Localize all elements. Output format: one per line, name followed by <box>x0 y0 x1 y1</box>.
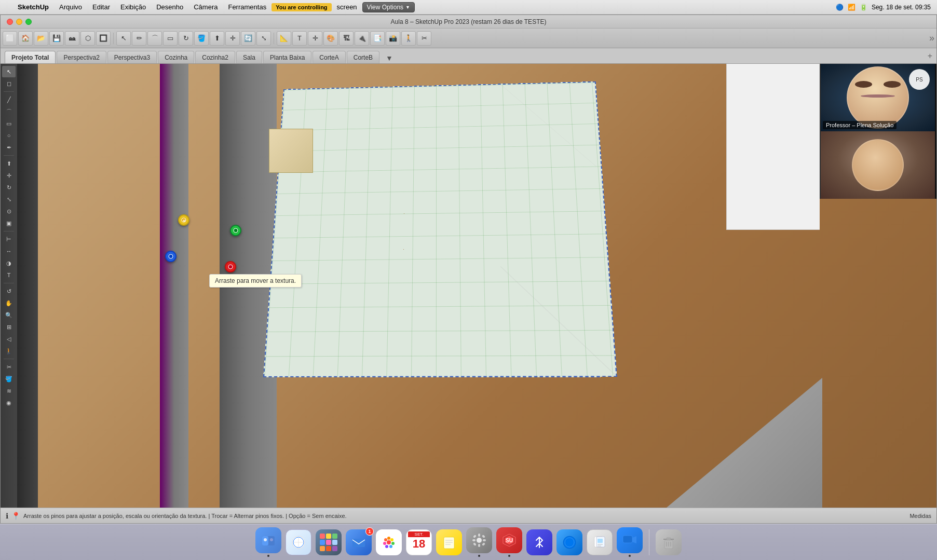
dock-trash[interactable] <box>656 529 682 555</box>
pushpull-tool[interactable]: ⬆ <box>2 158 16 169</box>
pan-tool[interactable]: ✋ <box>2 297 16 309</box>
walk-tool[interactable]: 🚶 <box>2 345 16 357</box>
toolbar-more-button[interactable]: » <box>929 33 934 44</box>
dock-bluetooth[interactable] <box>526 529 552 555</box>
pin-yellow[interactable]: ⊕ <box>178 214 189 226</box>
tool-separator-5 <box>4 359 14 359</box>
tool-select[interactable]: ↖ <box>116 31 131 46</box>
tool-pushpull[interactable]: ⬆ <box>210 31 224 46</box>
tool-arc[interactable]: ⌒ <box>147 31 162 46</box>
tool-views[interactable]: 🔲 <box>96 31 111 46</box>
tab-corte-a[interactable]: CorteA <box>313 51 345 63</box>
tool-text[interactable]: T <box>292 31 307 46</box>
dock-safari2[interactable] <box>556 529 582 555</box>
tool-extensions[interactable]: 🔌 <box>355 31 369 46</box>
tool-house[interactable]: 🏘 <box>65 31 79 46</box>
dock-calendar[interactable]: SET. 18 <box>406 529 432 555</box>
text-tool[interactable]: T <box>2 269 16 281</box>
tab-cozinha2[interactable]: Cozinha2 <box>195 51 235 63</box>
tool-pencil[interactable]: ✏ <box>132 31 146 46</box>
dock-zoom[interactable] <box>617 527 643 557</box>
dock-system-preferences[interactable] <box>466 527 492 557</box>
orbit-tool[interactable]: ↺ <box>2 285 16 297</box>
tool-styles[interactable]: 🎨 <box>323 31 338 46</box>
close-button[interactable] <box>7 19 13 25</box>
dimension-tool[interactable]: ↔ <box>2 245 16 257</box>
tool-open[interactable]: 📂 <box>34 31 48 46</box>
floor-plan-selected <box>263 81 617 377</box>
section-tool[interactable]: ✂ <box>2 361 16 373</box>
tab-corte-b[interactable]: CorteB <box>347 51 379 63</box>
tool-shape[interactable]: ▭ <box>163 31 178 46</box>
dock-mail[interactable]: 1 <box>346 529 372 555</box>
tool-walk[interactable]: 🚶 <box>401 31 416 46</box>
zoom-extents-tool[interactable]: ⊞ <box>2 321 16 333</box>
tool-save[interactable]: 💾 <box>49 31 64 46</box>
fullscreen-button[interactable] <box>25 19 32 25</box>
scale-tool[interactable]: ⤡ <box>2 194 16 205</box>
select-tool[interactable]: ↖ <box>2 66 16 77</box>
followme-tool[interactable]: ⊙ <box>2 206 16 217</box>
dock-sketchup[interactable]: SU <box>496 527 522 557</box>
pin-green[interactable] <box>230 225 241 236</box>
tool-layers[interactable]: 📑 <box>370 31 385 46</box>
tab-planta-baixa[interactable]: Planta Baixa <box>263 51 311 63</box>
pin-blue[interactable] <box>165 251 176 262</box>
dock-preview[interactable] <box>587 529 613 555</box>
tool-new[interactable]: ⬜ <box>3 31 17 46</box>
menu-editar[interactable]: Editar <box>87 3 115 11</box>
tool-measure[interactable]: 📐 <box>277 31 291 46</box>
menu-arquivo[interactable]: Arquivo <box>54 3 87 11</box>
erase-tool[interactable]: ◻ <box>2 78 16 89</box>
menu-sketchup[interactable]: SketchUp <box>12 3 54 11</box>
line-tool[interactable]: ╱ <box>2 94 16 105</box>
tool-orbit[interactable]: ↻ <box>179 31 193 46</box>
tab-perspectiva2[interactable]: Perspectiva2 <box>57 51 106 63</box>
paint-tool[interactable]: 🪣 <box>2 373 16 385</box>
tool-move[interactable]: ✛ <box>225 31 240 46</box>
menu-ferramentas[interactable]: Ferramentas <box>223 3 271 11</box>
tabs-overflow-button[interactable]: ▼ <box>383 53 396 63</box>
dock-safari[interactable] <box>286 529 311 555</box>
menu-desenho[interactable]: Desenho <box>151 3 188 11</box>
menu-exibicao[interactable]: Exibição <box>115 3 151 11</box>
dock-finder[interactable] <box>255 527 281 557</box>
tab-projeto-total[interactable]: Projeto Total <box>5 51 56 63</box>
offset-tool[interactable]: ▣ <box>2 217 16 229</box>
tool-scale[interactable]: ⤡ <box>256 31 271 46</box>
svg-rect-29 <box>478 534 480 537</box>
dock-photos[interactable] <box>376 529 402 555</box>
dock-launchpad[interactable] <box>316 529 342 555</box>
tool-rotate[interactable]: 🔄 <box>241 31 255 46</box>
previous-view-tool[interactable]: ◁ <box>2 333 16 345</box>
tool-section[interactable]: ✂ <box>417 31 431 46</box>
move-tool[interactable]: ✛ <box>2 170 16 181</box>
view-options-button[interactable]: View Options ▼ <box>362 2 415 12</box>
tool-components[interactable]: 🏗 <box>339 31 354 46</box>
menu-camera[interactable]: Câmera <box>188 3 223 11</box>
circle-tool[interactable]: ○ <box>2 130 16 141</box>
tool-camera-position[interactable]: 📸 <box>386 31 400 46</box>
solid-tool[interactable]: ◉ <box>2 397 16 408</box>
tape-tool[interactable]: ⊢ <box>2 234 16 245</box>
add-tab-button[interactable]: + <box>928 51 932 61</box>
viewport-3d[interactable]: ⊕ Arraste para mover a textura. <box>17 64 936 508</box>
protractor-tool[interactable]: ◑ <box>2 257 16 269</box>
dock-notes[interactable] <box>436 529 462 555</box>
tool-axes[interactable]: ✛ <box>308 31 322 46</box>
tab-perspectiva3[interactable]: Perspectiva3 <box>107 51 157 63</box>
sandbox-tool[interactable]: ≋ <box>2 385 16 397</box>
tool-home[interactable]: 🏠 <box>18 31 33 46</box>
freehand-tool[interactable]: ✒ <box>2 142 16 153</box>
arc-tool[interactable]: ⌒ <box>2 106 16 117</box>
tab-cozinha[interactable]: Cozinha <box>158 51 194 63</box>
pin-red[interactable] <box>225 261 236 272</box>
svg-rect-35 <box>482 535 485 538</box>
zoom-tool[interactable]: 🔍 <box>2 309 16 321</box>
tab-sala[interactable]: Sala <box>236 51 262 63</box>
tool-3d-base[interactable]: ⬡ <box>80 31 95 46</box>
rect-tool[interactable]: ▭ <box>2 118 16 129</box>
minimize-button[interactable] <box>16 19 22 25</box>
rotate-tool[interactable]: ↻ <box>2 182 16 193</box>
tool-paint[interactable]: 🪣 <box>194 31 209 46</box>
